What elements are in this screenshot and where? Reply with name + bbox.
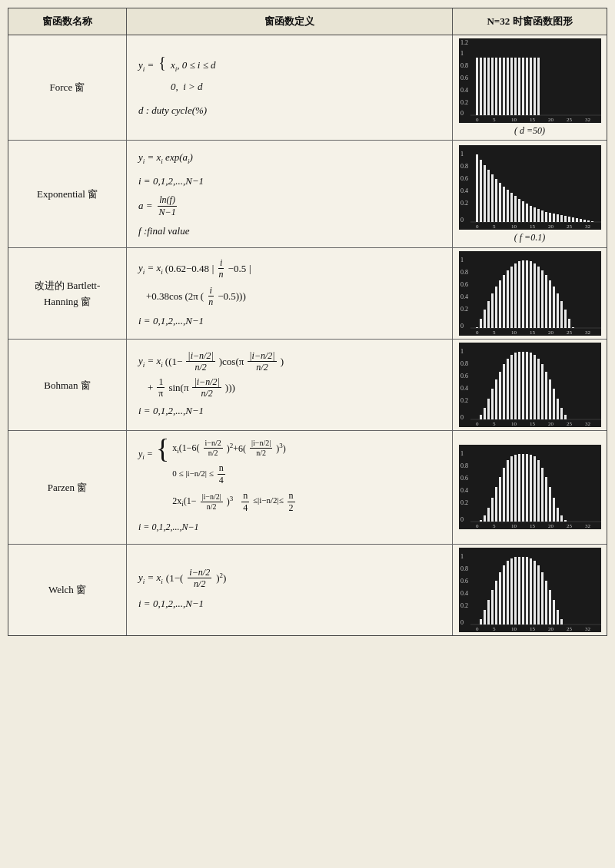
svg-rect-157: [560, 408, 563, 419]
svg-text:5: 5: [493, 523, 496, 529]
svg-rect-235: [553, 600, 555, 624]
svg-text:0: 0: [460, 217, 464, 224]
svg-rect-233: [545, 581, 547, 624]
svg-rect-232: [541, 572, 544, 624]
svg-text:0.4: 0.4: [460, 590, 468, 597]
svg-rect-106: [522, 260, 524, 328]
svg-rect-220: [495, 581, 497, 624]
svg-text:20: 20: [548, 421, 554, 427]
svg-text:1: 1: [460, 450, 464, 457]
svg-rect-18: [484, 58, 486, 115]
formula-bartlett-hanning: yi = xi (0.62−0.48 | i n −0.5 | +0.38cos…: [127, 248, 453, 339]
svg-rect-95: [480, 319, 482, 328]
svg-rect-218: [487, 600, 490, 624]
svg-text:0.2: 0.2: [460, 602, 468, 609]
svg-rect-64: [537, 209, 540, 222]
svg-text:0.8: 0.8: [460, 360, 468, 367]
header-col2: 窗函数定义: [127, 8, 453, 35]
svg-rect-178: [487, 508, 490, 522]
svg-text:1: 1: [460, 50, 464, 57]
row-bohman: Bohman 窗 yi = xi ((1− |i−n/2| n/2 )cos(π…: [8, 340, 607, 431]
svg-rect-228: [526, 557, 528, 624]
svg-text:10: 10: [511, 330, 517, 336]
svg-text:0.4: 0.4: [460, 187, 468, 194]
svg-rect-28: [522, 58, 524, 115]
svg-text:0.4: 0.4: [460, 293, 468, 300]
svg-rect-98: [491, 293, 494, 328]
svg-rect-100: [499, 280, 501, 328]
svg-text:25: 25: [567, 117, 573, 123]
svg-rect-185: [514, 455, 517, 522]
svg-text:32: 32: [585, 224, 591, 230]
svg-text:20: 20: [548, 117, 554, 123]
svg-rect-136: [480, 415, 482, 419]
svg-rect-188: [526, 454, 528, 522]
svg-rect-183: [507, 460, 509, 522]
svg-rect-142: [503, 364, 505, 419]
table-header: 窗函数名称 窗函数定义 N=32 时窗函数图形: [8, 8, 607, 35]
svg-text:0: 0: [460, 110, 464, 117]
svg-rect-189: [530, 455, 532, 522]
svg-rect-231: [537, 565, 540, 624]
svg-rect-67: [549, 213, 551, 222]
svg-text:0.6: 0.6: [460, 75, 468, 81]
header-col1: 窗函数名称: [8, 8, 127, 35]
formula-parzen: yi = { xi(1−6( i−n/2 n/2 )2+6( |i−n/2| n…: [127, 431, 453, 543]
svg-rect-22: [499, 58, 501, 115]
graph-svg-bohman: 1 0.8 0.6 0.4 0.2 0 0 5 10 15 20 25 32: [459, 343, 601, 427]
svg-rect-139: [491, 389, 494, 419]
caption-exponential: ( f =0.1): [514, 232, 545, 244]
svg-rect-179: [491, 498, 494, 522]
svg-rect-20: [491, 58, 494, 115]
graph-svg-force: 1.2 1 0.8 0.6 0.4 0.2 0 0 5 10 15 20 25 …: [459, 38, 601, 123]
svg-rect-236: [557, 610, 559, 624]
name-bartlett-hanning: 改进的 Bartlett- Hanning 窗: [8, 248, 127, 339]
row-welch: Welch 窗 yi = xi (1−( i−n/2 n/2 )2) i = 0…: [8, 545, 607, 635]
svg-rect-53: [495, 179, 497, 222]
svg-rect-151: [537, 359, 540, 419]
svg-rect-177: [484, 515, 486, 522]
svg-rect-144: [510, 355, 513, 419]
svg-rect-109: [534, 263, 536, 328]
svg-rect-197: [560, 515, 563, 522]
svg-rect-223: [507, 561, 509, 624]
svg-text:0.8: 0.8: [460, 163, 468, 170]
svg-text:0.6: 0.6: [460, 175, 468, 182]
svg-rect-68: [553, 214, 555, 222]
svg-text:15: 15: [530, 626, 536, 632]
name-bohman: Bohman 窗: [8, 340, 127, 430]
svg-text:5: 5: [493, 421, 496, 427]
svg-rect-198: [564, 520, 567, 522]
graph-svg-exponential: 1 0.8 0.6 0.4 0.2 0 0 5 10 15 20 25 32: [459, 145, 601, 230]
svg-text:0.8: 0.8: [460, 62, 468, 69]
svg-rect-75: [580, 219, 582, 222]
svg-text:10: 10: [511, 626, 517, 632]
svg-text:5: 5: [493, 626, 496, 632]
svg-rect-190: [534, 456, 536, 522]
svg-rect-24: [507, 58, 509, 115]
graph-parzen: 1 0.8 0.6 0.4 0.2 0 0 5 10 15 20 25 32: [453, 431, 607, 543]
svg-rect-216: [480, 619, 482, 624]
svg-text:0.8: 0.8: [460, 269, 468, 276]
svg-text:20: 20: [548, 626, 554, 632]
svg-rect-156: [557, 399, 559, 419]
svg-text:15: 15: [530, 523, 536, 529]
svg-rect-52: [491, 174, 494, 222]
svg-text:0.4: 0.4: [460, 385, 468, 392]
svg-text:0.6: 0.6: [460, 578, 468, 585]
svg-text:0.2: 0.2: [460, 306, 468, 313]
svg-rect-66: [545, 212, 547, 222]
svg-text:0: 0: [460, 414, 464, 421]
svg-rect-76: [583, 220, 586, 222]
svg-rect-186: [518, 454, 520, 522]
svg-rect-70: [560, 215, 563, 222]
svg-text:0: 0: [460, 323, 464, 330]
svg-text:0.8: 0.8: [460, 462, 468, 469]
svg-text:0: 0: [460, 516, 464, 523]
svg-text:0.2: 0.2: [460, 99, 468, 106]
svg-rect-96: [484, 310, 486, 328]
svg-rect-61: [526, 204, 528, 222]
svg-rect-25: [510, 58, 513, 115]
svg-rect-141: [499, 372, 501, 419]
svg-rect-31: [534, 58, 536, 115]
